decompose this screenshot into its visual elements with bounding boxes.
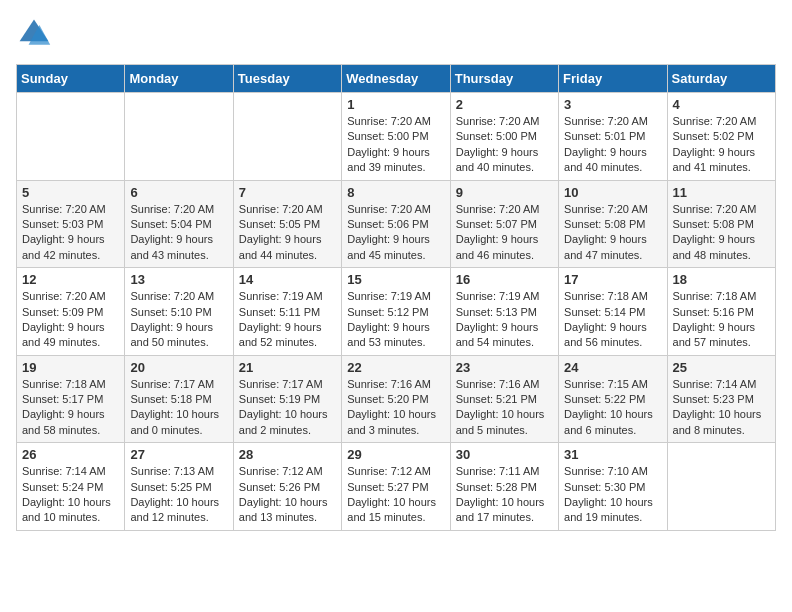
calendar-cell: 11Sunrise: 7:20 AM Sunset: 5:08 PM Dayli… <box>667 180 775 268</box>
calendar-cell: 20Sunrise: 7:17 AM Sunset: 5:18 PM Dayli… <box>125 355 233 443</box>
logo-icon <box>16 16 52 52</box>
day-header-thursday: Thursday <box>450 65 558 93</box>
day-info: Sunrise: 7:17 AM Sunset: 5:18 PM Dayligh… <box>130 377 227 439</box>
calendar-cell: 28Sunrise: 7:12 AM Sunset: 5:26 PM Dayli… <box>233 443 341 531</box>
calendar-cell <box>667 443 775 531</box>
day-info: Sunrise: 7:15 AM Sunset: 5:22 PM Dayligh… <box>564 377 661 439</box>
day-info: Sunrise: 7:20 AM Sunset: 5:06 PM Dayligh… <box>347 202 444 264</box>
calendar-cell: 8Sunrise: 7:20 AM Sunset: 5:06 PM Daylig… <box>342 180 450 268</box>
calendar-cell: 14Sunrise: 7:19 AM Sunset: 5:11 PM Dayli… <box>233 268 341 356</box>
day-number: 1 <box>347 97 444 112</box>
day-header-sunday: Sunday <box>17 65 125 93</box>
day-number: 26 <box>22 447 119 462</box>
day-info: Sunrise: 7:16 AM Sunset: 5:21 PM Dayligh… <box>456 377 553 439</box>
day-number: 7 <box>239 185 336 200</box>
calendar-cell: 3Sunrise: 7:20 AM Sunset: 5:01 PM Daylig… <box>559 93 667 181</box>
day-info: Sunrise: 7:20 AM Sunset: 5:05 PM Dayligh… <box>239 202 336 264</box>
day-info: Sunrise: 7:14 AM Sunset: 5:23 PM Dayligh… <box>673 377 770 439</box>
calendar-cell: 17Sunrise: 7:18 AM Sunset: 5:14 PM Dayli… <box>559 268 667 356</box>
day-number: 2 <box>456 97 553 112</box>
calendar-cell: 27Sunrise: 7:13 AM Sunset: 5:25 PM Dayli… <box>125 443 233 531</box>
day-info: Sunrise: 7:11 AM Sunset: 5:28 PM Dayligh… <box>456 464 553 526</box>
day-number: 8 <box>347 185 444 200</box>
day-number: 6 <box>130 185 227 200</box>
day-number: 14 <box>239 272 336 287</box>
day-info: Sunrise: 7:20 AM Sunset: 5:02 PM Dayligh… <box>673 114 770 176</box>
day-info: Sunrise: 7:18 AM Sunset: 5:16 PM Dayligh… <box>673 289 770 351</box>
day-header-saturday: Saturday <box>667 65 775 93</box>
day-info: Sunrise: 7:20 AM Sunset: 5:08 PM Dayligh… <box>673 202 770 264</box>
day-number: 21 <box>239 360 336 375</box>
day-info: Sunrise: 7:20 AM Sunset: 5:07 PM Dayligh… <box>456 202 553 264</box>
calendar-cell: 29Sunrise: 7:12 AM Sunset: 5:27 PM Dayli… <box>342 443 450 531</box>
day-number: 24 <box>564 360 661 375</box>
day-info: Sunrise: 7:18 AM Sunset: 5:17 PM Dayligh… <box>22 377 119 439</box>
day-info: Sunrise: 7:20 AM Sunset: 5:01 PM Dayligh… <box>564 114 661 176</box>
day-info: Sunrise: 7:16 AM Sunset: 5:20 PM Dayligh… <box>347 377 444 439</box>
week-row-5: 26Sunrise: 7:14 AM Sunset: 5:24 PM Dayli… <box>17 443 776 531</box>
day-info: Sunrise: 7:20 AM Sunset: 5:03 PM Dayligh… <box>22 202 119 264</box>
day-header-wednesday: Wednesday <box>342 65 450 93</box>
calendar-cell: 16Sunrise: 7:19 AM Sunset: 5:13 PM Dayli… <box>450 268 558 356</box>
day-number: 22 <box>347 360 444 375</box>
week-row-2: 5Sunrise: 7:20 AM Sunset: 5:03 PM Daylig… <box>17 180 776 268</box>
calendar-cell: 22Sunrise: 7:16 AM Sunset: 5:20 PM Dayli… <box>342 355 450 443</box>
calendar-cell <box>233 93 341 181</box>
day-info: Sunrise: 7:19 AM Sunset: 5:11 PM Dayligh… <box>239 289 336 351</box>
day-info: Sunrise: 7:20 AM Sunset: 5:10 PM Dayligh… <box>130 289 227 351</box>
calendar-cell <box>17 93 125 181</box>
calendar-cell: 6Sunrise: 7:20 AM Sunset: 5:04 PM Daylig… <box>125 180 233 268</box>
calendar-cell: 15Sunrise: 7:19 AM Sunset: 5:12 PM Dayli… <box>342 268 450 356</box>
week-row-4: 19Sunrise: 7:18 AM Sunset: 5:17 PM Dayli… <box>17 355 776 443</box>
day-number: 31 <box>564 447 661 462</box>
day-number: 10 <box>564 185 661 200</box>
days-header-row: SundayMondayTuesdayWednesdayThursdayFrid… <box>17 65 776 93</box>
day-info: Sunrise: 7:13 AM Sunset: 5:25 PM Dayligh… <box>130 464 227 526</box>
day-number: 18 <box>673 272 770 287</box>
day-info: Sunrise: 7:12 AM Sunset: 5:26 PM Dayligh… <box>239 464 336 526</box>
calendar-cell: 7Sunrise: 7:20 AM Sunset: 5:05 PM Daylig… <box>233 180 341 268</box>
calendar-cell: 1Sunrise: 7:20 AM Sunset: 5:00 PM Daylig… <box>342 93 450 181</box>
calendar-cell: 19Sunrise: 7:18 AM Sunset: 5:17 PM Dayli… <box>17 355 125 443</box>
day-number: 20 <box>130 360 227 375</box>
calendar-cell: 30Sunrise: 7:11 AM Sunset: 5:28 PM Dayli… <box>450 443 558 531</box>
day-header-monday: Monday <box>125 65 233 93</box>
week-row-1: 1Sunrise: 7:20 AM Sunset: 5:00 PM Daylig… <box>17 93 776 181</box>
calendar-cell: 31Sunrise: 7:10 AM Sunset: 5:30 PM Dayli… <box>559 443 667 531</box>
page-header <box>16 16 776 52</box>
day-number: 25 <box>673 360 770 375</box>
day-header-tuesday: Tuesday <box>233 65 341 93</box>
day-number: 30 <box>456 447 553 462</box>
day-info: Sunrise: 7:19 AM Sunset: 5:13 PM Dayligh… <box>456 289 553 351</box>
day-number: 11 <box>673 185 770 200</box>
calendar-cell: 26Sunrise: 7:14 AM Sunset: 5:24 PM Dayli… <box>17 443 125 531</box>
calendar-table: SundayMondayTuesdayWednesdayThursdayFrid… <box>16 64 776 531</box>
calendar-cell: 2Sunrise: 7:20 AM Sunset: 5:00 PM Daylig… <box>450 93 558 181</box>
day-header-friday: Friday <box>559 65 667 93</box>
day-number: 28 <box>239 447 336 462</box>
day-info: Sunrise: 7:12 AM Sunset: 5:27 PM Dayligh… <box>347 464 444 526</box>
calendar-cell: 10Sunrise: 7:20 AM Sunset: 5:08 PM Dayli… <box>559 180 667 268</box>
calendar-cell: 5Sunrise: 7:20 AM Sunset: 5:03 PM Daylig… <box>17 180 125 268</box>
day-number: 5 <box>22 185 119 200</box>
day-info: Sunrise: 7:20 AM Sunset: 5:09 PM Dayligh… <box>22 289 119 351</box>
day-info: Sunrise: 7:10 AM Sunset: 5:30 PM Dayligh… <box>564 464 661 526</box>
calendar-cell <box>125 93 233 181</box>
day-number: 23 <box>456 360 553 375</box>
day-number: 12 <box>22 272 119 287</box>
calendar-cell: 12Sunrise: 7:20 AM Sunset: 5:09 PM Dayli… <box>17 268 125 356</box>
day-number: 3 <box>564 97 661 112</box>
calendar-cell: 23Sunrise: 7:16 AM Sunset: 5:21 PM Dayli… <box>450 355 558 443</box>
calendar-cell: 13Sunrise: 7:20 AM Sunset: 5:10 PM Dayli… <box>125 268 233 356</box>
day-info: Sunrise: 7:14 AM Sunset: 5:24 PM Dayligh… <box>22 464 119 526</box>
day-number: 27 <box>130 447 227 462</box>
day-info: Sunrise: 7:19 AM Sunset: 5:12 PM Dayligh… <box>347 289 444 351</box>
week-row-3: 12Sunrise: 7:20 AM Sunset: 5:09 PM Dayli… <box>17 268 776 356</box>
calendar-cell: 9Sunrise: 7:20 AM Sunset: 5:07 PM Daylig… <box>450 180 558 268</box>
day-info: Sunrise: 7:20 AM Sunset: 5:00 PM Dayligh… <box>347 114 444 176</box>
day-number: 15 <box>347 272 444 287</box>
day-info: Sunrise: 7:17 AM Sunset: 5:19 PM Dayligh… <box>239 377 336 439</box>
calendar-cell: 21Sunrise: 7:17 AM Sunset: 5:19 PM Dayli… <box>233 355 341 443</box>
calendar-cell: 24Sunrise: 7:15 AM Sunset: 5:22 PM Dayli… <box>559 355 667 443</box>
day-info: Sunrise: 7:20 AM Sunset: 5:04 PM Dayligh… <box>130 202 227 264</box>
